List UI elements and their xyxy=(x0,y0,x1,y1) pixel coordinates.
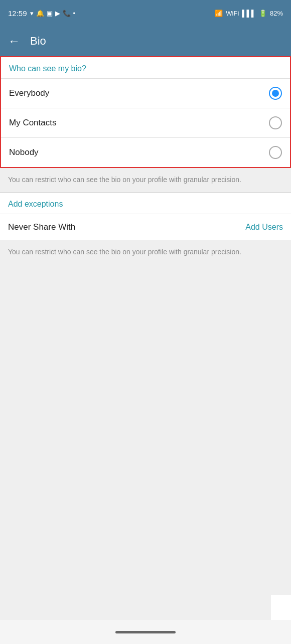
who-can-see-bio-title: Who can see my bio? xyxy=(1,57,290,78)
status-bar-right: 📶 WiFi ▌▌▌ 🔋 82% xyxy=(215,10,283,17)
dot-icon: • xyxy=(73,10,76,17)
add-users-button[interactable]: Add Users xyxy=(245,223,283,232)
exceptions-title: Add exceptions xyxy=(0,193,291,214)
sim-icon: ▣ xyxy=(47,10,53,17)
call-icon: 📶 xyxy=(215,10,223,17)
my-contacts-option[interactable]: My Contacts xyxy=(1,108,290,137)
phone-icon: 📞 xyxy=(63,10,71,17)
notification-icon: 🔔 xyxy=(36,10,44,17)
status-bar-left: 12:59 ▾ 🔔 ▣ ▶ 📞 • xyxy=(8,9,75,18)
exceptions-section: Add exceptions Never Share With Add User… xyxy=(0,193,291,240)
everybody-radio-inner xyxy=(272,90,279,97)
everybody-option[interactable]: Everybody xyxy=(1,78,290,108)
wifi-icon: WiFi xyxy=(226,10,239,17)
status-time: 12:59 xyxy=(8,9,27,18)
status-icons: ▾ 🔔 ▣ ▶ 📞 • xyxy=(30,10,76,17)
youtube-icon: ▶ xyxy=(55,10,60,17)
description-text-1: You can restrict who can see the bio on … xyxy=(0,168,291,192)
status-bar: 12:59 ▾ 🔔 ▣ ▶ 📞 • 📶 WiFi ▌▌▌ 🔋 82% xyxy=(0,0,291,26)
who-can-see-bio-card: Who can see my bio? Everybody My Contact… xyxy=(0,56,291,168)
battery-percent: 82% xyxy=(270,10,283,17)
never-share-label: Never Share With xyxy=(8,222,75,232)
nobody-option[interactable]: Nobody xyxy=(1,137,290,167)
floating-square xyxy=(271,595,291,620)
never-share-row: Never Share With Add Users xyxy=(0,214,291,240)
page-title: Bio xyxy=(30,35,46,48)
description-text-2: You can restrict who can see the bio on … xyxy=(0,240,291,264)
home-indicator[interactable] xyxy=(115,631,176,633)
app-bar: ← Bio xyxy=(0,26,291,56)
my-contacts-label: My Contacts xyxy=(9,118,56,128)
signal-icon: ▾ xyxy=(30,10,34,17)
signal-bars-icon: ▌▌▌ xyxy=(242,10,256,17)
everybody-label: Everybody xyxy=(9,88,49,98)
my-contacts-radio[interactable] xyxy=(269,116,282,129)
battery-icon: 🔋 xyxy=(259,10,267,17)
everybody-radio[interactable] xyxy=(269,87,282,100)
content: Who can see my bio? Everybody My Contact… xyxy=(0,56,291,644)
nobody-label: Nobody xyxy=(9,147,39,157)
bottom-bar xyxy=(0,620,291,644)
nobody-radio[interactable] xyxy=(269,146,282,159)
back-button[interactable]: ← xyxy=(8,34,20,48)
